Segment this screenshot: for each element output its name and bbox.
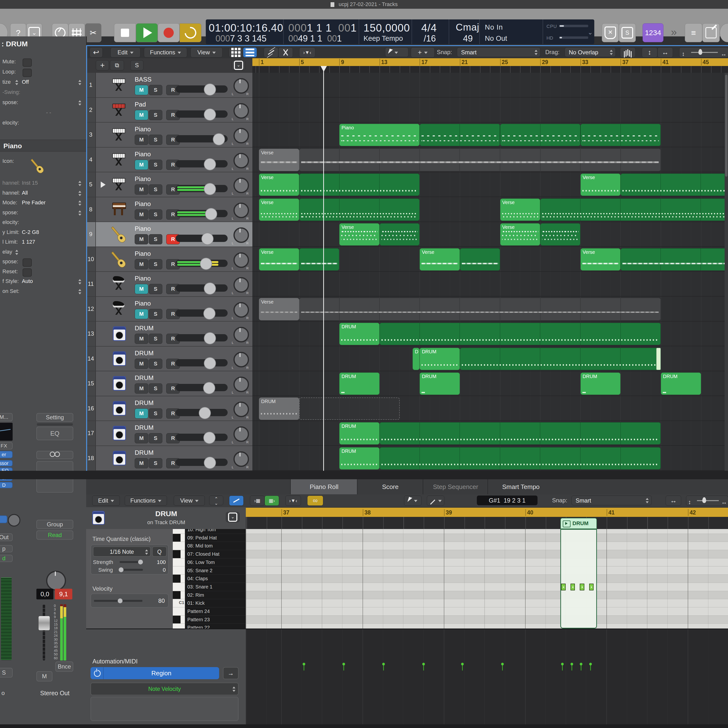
piano-key-white[interactable] xyxy=(173,607,185,616)
catch-playhead-button[interactable]: ›▼‹ xyxy=(299,47,315,58)
snap-dropdown[interactable]: Smart xyxy=(457,47,540,57)
solo-button[interactable]: S xyxy=(149,458,162,468)
lane-name[interactable]: 09: Pedal Hat xyxy=(185,534,246,542)
pan-knob[interactable] xyxy=(234,402,249,417)
zoom-slider-thumb[interactable] xyxy=(698,49,702,55)
mute-button[interactable]: M xyxy=(135,234,148,245)
volume-value[interactable]: 0,0 xyxy=(37,589,54,600)
midi-in-button[interactable]: ›▦ xyxy=(250,496,265,506)
solo-button[interactable]: S xyxy=(149,135,162,145)
region-DRUM[interactable]: DRUM xyxy=(339,447,379,470)
volume-thumb[interactable] xyxy=(199,407,211,419)
selected-region-overlay[interactable] xyxy=(560,529,597,629)
solo-button-mini[interactable]: S xyxy=(0,668,12,678)
pan-knob[interactable] xyxy=(234,252,249,268)
volume-thumb[interactable] xyxy=(204,457,216,469)
region-dark[interactable] xyxy=(379,223,420,246)
partial-button-right[interactable] xyxy=(720,23,728,42)
pan-knob[interactable] xyxy=(234,302,249,318)
pan-knob[interactable] xyxy=(234,203,249,218)
lane-name[interactable]: 02: Rim xyxy=(185,591,246,600)
view-menu[interactable]: View xyxy=(191,47,223,58)
checkbox[interactable] xyxy=(23,58,32,67)
region-dark[interactable] xyxy=(379,447,661,470)
solo-mode-button[interactable]: S xyxy=(619,23,636,42)
track-header-4[interactable]: 4PianoMSRLR xyxy=(86,148,252,173)
track-header-10[interactable]: 10PianoMSRLR xyxy=(86,247,252,272)
solo-button[interactable]: S xyxy=(149,110,162,120)
volume-thumb[interactable] xyxy=(204,183,216,195)
pane-splitter[interactable] xyxy=(0,471,728,479)
plugin-slot-5[interactable]: D xyxy=(0,482,12,488)
velocity-dot[interactable] xyxy=(382,663,385,665)
more-chevrons[interactable]: » xyxy=(668,23,680,42)
piano-roll-keyboard[interactable]: C1 xyxy=(173,529,185,629)
mute-button[interactable]: M xyxy=(135,184,148,194)
region-dark[interactable] xyxy=(621,173,728,196)
automation-power-toggle[interactable] xyxy=(90,667,104,679)
volume-slider[interactable] xyxy=(176,86,228,93)
zoom-slider-group[interactable]: ↕ ↔ xyxy=(679,47,728,58)
region-dark[interactable] xyxy=(540,199,728,221)
region-DRUM[interactable]: DRUM xyxy=(259,398,299,420)
volume-thumb[interactable] xyxy=(204,84,216,96)
region-Verse[interactable]: Verse xyxy=(500,223,540,246)
zoom-vertical-arrows[interactable]: ↕ xyxy=(688,497,691,507)
region-dark[interactable] xyxy=(500,124,580,146)
track-header-16[interactable]: 16DRUMMSRLR xyxy=(86,396,252,421)
volume-slider[interactable] xyxy=(176,160,228,167)
region-Verse[interactable]: Verse xyxy=(259,173,299,196)
waveform-zoom-button[interactable] xyxy=(620,47,636,58)
region-Verse[interactable]: Verse xyxy=(259,298,299,320)
velocity-dot[interactable] xyxy=(422,663,425,665)
region-DRUM[interactable]: DRUM xyxy=(339,323,379,345)
mute-button[interactable]: M xyxy=(135,433,148,444)
fader-track[interactable] xyxy=(43,604,45,661)
eq-thumbnail[interactable] xyxy=(0,423,12,441)
pr-inspector-float-button[interactable]: ⌄ xyxy=(226,512,240,522)
pointer-tool-selector[interactable] xyxy=(385,47,408,57)
swing-slider[interactable] xyxy=(119,569,143,571)
pr-hzoom-button[interactable]: ↔ xyxy=(665,496,681,506)
region-DRUM[interactable]: DRUM xyxy=(580,373,621,395)
piano-key-white[interactable] xyxy=(173,558,185,567)
pan-knob[interactable] xyxy=(234,177,249,193)
lcd-key[interactable]: Cmaj xyxy=(456,22,479,33)
mute-button[interactable]: M xyxy=(135,135,148,145)
velocity-dot[interactable] xyxy=(580,663,583,665)
lane-name[interactable]: 07: Closed Hat xyxy=(185,550,246,558)
region-outline[interactable] xyxy=(299,398,400,420)
piano-key-black[interactable] xyxy=(173,575,185,583)
track-header-5[interactable]: 5PianoMSRLR xyxy=(86,172,252,197)
region-dark[interactable] xyxy=(580,124,661,146)
region-dark[interactable] xyxy=(299,173,420,196)
disclosure-triangle-icon[interactable] xyxy=(101,182,106,188)
stepper-icon[interactable] xyxy=(15,80,19,86)
solo-button[interactable]: S xyxy=(149,284,162,294)
region-dark[interactable] xyxy=(540,223,580,246)
pr-snap-dropdown[interactable]: Smart xyxy=(572,496,652,505)
automation-mode-mini[interactable]: d xyxy=(0,555,12,562)
region-inspector-title[interactable]: : DRUM xyxy=(0,40,28,48)
piano-key-black[interactable] xyxy=(173,591,185,600)
zoom-horizontal-arrows[interactable]: ↔ xyxy=(721,49,726,59)
lane-name[interactable]: 03: Snare 1 xyxy=(185,583,246,591)
track-header-2[interactable]: 2PadMSRLR xyxy=(86,98,252,123)
mute-button[interactable]: M xyxy=(135,309,148,319)
velocity-slider[interactable] xyxy=(94,600,142,602)
solo-button[interactable]: S xyxy=(149,160,162,170)
mute-button[interactable]: M xyxy=(135,408,148,419)
group-button[interactable]: Group xyxy=(37,520,73,529)
volume-thumb[interactable] xyxy=(200,258,212,270)
drag-dropdown[interactable]: No Overlap xyxy=(565,47,616,57)
note-velocity-dropdown[interactable]: Note Velocity xyxy=(90,683,239,695)
stepper-icon[interactable] xyxy=(78,289,82,295)
piano-roll-grid[interactable] xyxy=(246,529,728,629)
piano-key-white[interactable] xyxy=(173,624,185,629)
piano-key-white[interactable] xyxy=(173,583,185,591)
eq-display-button[interactable]: EQ xyxy=(37,427,73,440)
volume-slider[interactable] xyxy=(176,309,228,317)
region-DRUM[interactable]: DRUM xyxy=(339,422,379,445)
tab-piano-roll[interactable]: Piano Roll xyxy=(290,479,358,494)
pan-knob[interactable] xyxy=(234,277,249,293)
